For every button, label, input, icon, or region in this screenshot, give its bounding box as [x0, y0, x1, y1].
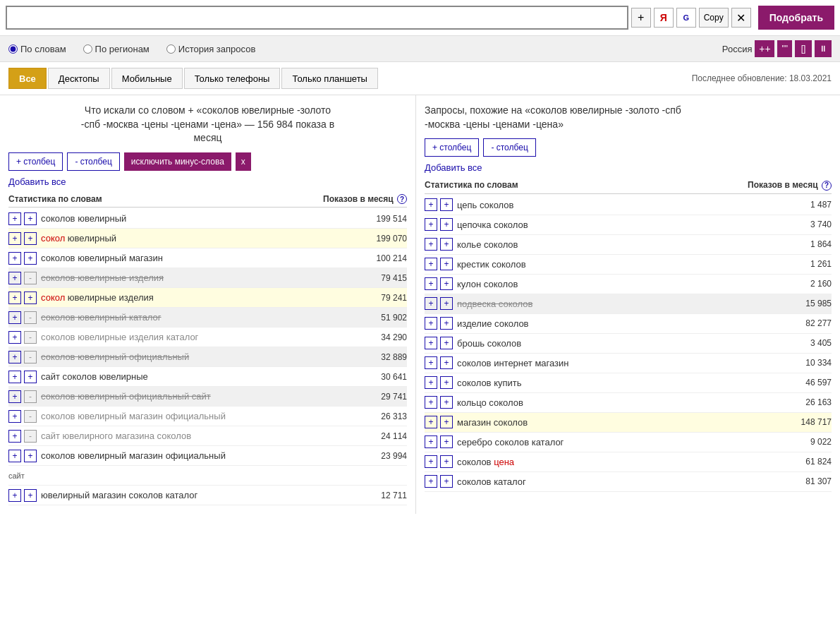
row-add-inner[interactable]: +	[24, 450, 37, 462]
row-add-outer[interactable]: +	[8, 311, 21, 324]
keyword: соколов цена	[457, 457, 782, 467]
tab-phones[interactable]: Только телефоны	[184, 68, 281, 89]
row-add-inner[interactable]: +	[24, 292, 37, 304]
region-bracket-button[interactable]: []	[795, 40, 812, 57]
row-add-outer[interactable]: +	[8, 272, 21, 284]
tab-tablets[interactable]: Только планшеты	[281, 68, 377, 89]
row-minus-inner[interactable]: -	[24, 410, 37, 423]
plus-button[interactable]: +	[631, 8, 651, 28]
row-add-inner[interactable]: +	[24, 489, 37, 502]
help-icon-left[interactable]: ?	[397, 194, 407, 204]
region-quotes-button[interactable]: ""	[777, 40, 792, 57]
right-add-col-button[interactable]: + столбец	[425, 138, 479, 157]
row-add-inner[interactable]: +	[440, 297, 453, 310]
row-add-outer[interactable]: +	[425, 317, 437, 330]
tab-desktops[interactable]: Десктопы	[48, 68, 110, 89]
row-add-inner[interactable]: +	[440, 376, 453, 389]
row-add-inner[interactable]: +	[440, 396, 453, 409]
keyword: соколов ювелирный	[41, 213, 358, 224]
row-add-outer[interactable]: +	[425, 356, 437, 369]
radio-by-regions[interactable]: По регионам	[83, 44, 150, 54]
tab-mobile[interactable]: Мобильные	[111, 68, 183, 89]
row-add-outer[interactable]: +	[425, 198, 437, 211]
row-add-inner[interactable]: +	[440, 435, 453, 448]
row-minus-inner[interactable]: -	[24, 390, 37, 403]
right-remove-col-button[interactable]: - столбец	[483, 138, 535, 157]
table-row: + + соколов каталог 81 307	[425, 472, 832, 492]
row-add-inner[interactable]: +	[440, 317, 453, 330]
row-add-outer[interactable]: +	[425, 297, 437, 310]
keyword: кулон соколов	[457, 279, 782, 289]
row-add-inner[interactable]: +	[440, 277, 453, 290]
region-plus-button[interactable]: ++	[755, 40, 774, 57]
row-add-outer[interactable]: +	[425, 218, 437, 231]
row-add-outer[interactable]: +	[425, 258, 437, 270]
row-add-outer[interactable]: +	[8, 331, 21, 344]
row-add-outer[interactable]: +	[8, 371, 21, 383]
table-row: + + сокол ювелирный 199 070	[8, 229, 407, 248]
left-add-col-button[interactable]: + столбец	[8, 152, 63, 171]
copy-button[interactable]: Copy	[699, 8, 729, 28]
table-row: + + изделие соколов 82 277	[425, 314, 832, 334]
row-minus-inner[interactable]: -	[24, 351, 37, 363]
row-add-outer[interactable]: +	[425, 455, 437, 468]
row-add-outer[interactable]: +	[8, 390, 21, 403]
row-add-outer[interactable]: +	[8, 430, 21, 443]
row-add-inner[interactable]: +	[440, 337, 453, 349]
row-add-outer[interactable]: +	[8, 450, 21, 462]
count: 46 597	[782, 378, 832, 387]
table-row: + + магазин соколов 148 717	[425, 413, 832, 433]
row-add-inner[interactable]: +	[24, 232, 37, 245]
row-minus-inner[interactable]: -	[24, 331, 37, 344]
row-add-inner[interactable]: +	[440, 198, 453, 211]
clear-button[interactable]: ✕	[731, 8, 751, 28]
row-add-outer[interactable]: +	[425, 416, 437, 428]
row-add-outer[interactable]: +	[425, 396, 437, 409]
row-add-outer[interactable]: +	[8, 410, 21, 423]
radio-by-words[interactable]: По словам	[8, 44, 66, 54]
table-row: + + цепь соколов 1 487	[425, 196, 832, 215]
row-add-inner[interactable]: +	[440, 356, 453, 369]
row-add-outer[interactable]: +	[425, 475, 437, 488]
exclude-minus-button[interactable]: исключить минус-слова	[124, 152, 231, 171]
row-add-inner[interactable]: +	[440, 475, 453, 488]
row-add-outer[interactable]: +	[425, 238, 437, 251]
help-icon-right[interactable]: ?	[822, 181, 832, 191]
region-pause-button[interactable]: ⏸	[815, 40, 832, 57]
tab-all[interactable]: Все	[8, 68, 47, 89]
row-add-outer[interactable]: +	[8, 292, 21, 304]
row-add-inner[interactable]: +	[24, 212, 37, 225]
row-add-inner[interactable]: +	[440, 218, 453, 231]
left-x-button[interactable]: x	[236, 152, 251, 171]
table-row: + - сайт ювелирного магазина соколов 24 …	[8, 426, 407, 446]
row-add-inner[interactable]: +	[440, 416, 453, 428]
radio-history[interactable]: История запросов	[166, 44, 256, 54]
submit-button[interactable]: Подобрать	[758, 6, 834, 30]
row-add-inner[interactable]: +	[440, 455, 453, 468]
right-add-all[interactable]: Добавить все	[425, 162, 482, 173]
search-input[interactable]: соколов ювелирные -золото -спб -москва -…	[6, 6, 628, 30]
row-add-outer[interactable]: +	[8, 232, 21, 245]
keyword: соколов ювелирный магазин официальный	[41, 450, 358, 461]
row-add-outer[interactable]: +	[8, 212, 21, 225]
row-add-inner[interactable]: +	[24, 252, 37, 265]
row-add-outer[interactable]: +	[8, 351, 21, 363]
row-add-outer[interactable]: +	[425, 277, 437, 290]
count: 26 313	[358, 411, 407, 421]
yandex-button[interactable]: Я	[654, 8, 674, 28]
row-add-outer[interactable]: +	[425, 435, 437, 448]
row-add-outer[interactable]: +	[425, 337, 437, 349]
google-button[interactable]: G	[676, 8, 696, 28]
left-remove-col-button[interactable]: - столбец	[67, 152, 119, 171]
row-add-outer[interactable]: +	[425, 376, 437, 389]
row-add-inner[interactable]: +	[440, 238, 453, 251]
row-add-outer[interactable]: +	[8, 252, 21, 265]
row-minus-inner[interactable]: -	[24, 272, 37, 284]
row-minus-inner[interactable]: -	[24, 311, 37, 324]
row-add-outer[interactable]: +	[8, 489, 21, 502]
row-add-inner[interactable]: +	[440, 258, 453, 270]
row-add-inner[interactable]: +	[24, 371, 37, 383]
left-add-all[interactable]: Добавить все	[8, 176, 66, 187]
row-minus-inner[interactable]: -	[24, 430, 37, 443]
keyword: соколов каталог	[457, 476, 782, 487]
